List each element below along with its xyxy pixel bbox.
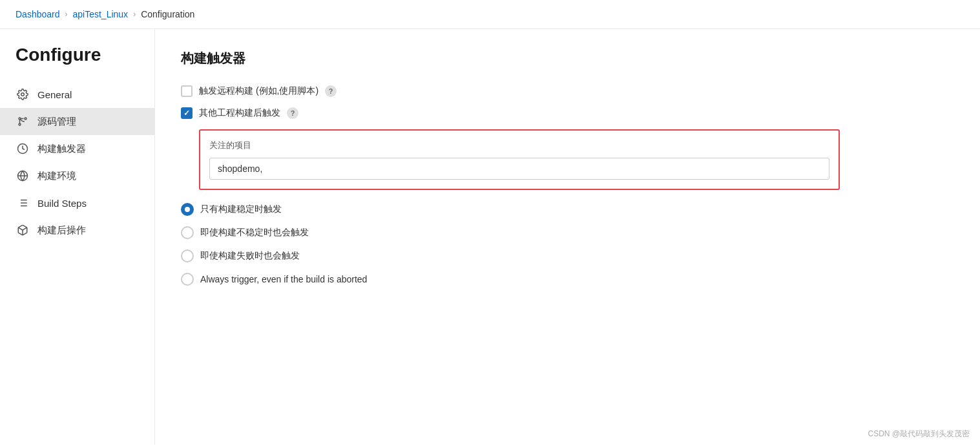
gear-icon — [16, 87, 30, 101]
watched-projects-input[interactable] — [209, 158, 829, 180]
trigger-remote-label: 触发远程构建 (例如,使用脚本) — [199, 85, 318, 97]
radio-option-aborted: Always trigger, even if the build is abo… — [181, 273, 954, 286]
main-layout: Configure General 源码管理 — [0, 29, 980, 445]
breadcrumb-project[interactable]: apiTest_Linux — [73, 9, 129, 19]
globe-icon — [16, 169, 30, 183]
sidebar-item-build-steps[interactable]: Build Steps — [0, 189, 154, 217]
breadcrumb-current: Configuration — [141, 9, 194, 19]
sidebar-item-environment-label: 构建环境 — [37, 170, 76, 182]
breadcrumb: Dashboard › apiTest_Linux › Configuratio… — [0, 0, 980, 29]
radio-option-stable: 只有构建稳定时触发 — [181, 203, 954, 216]
trigger-remote-option: 触发远程构建 (例如,使用脚本) ? — [181, 85, 954, 97]
sidebar-item-environment[interactable]: 构建环境 — [0, 162, 154, 189]
radio-failed[interactable] — [181, 250, 194, 262]
clock-icon — [16, 142, 30, 156]
watermark: CSDN @敲代码敲到头发茂密 — [868, 429, 970, 440]
radio-aborted-label: Always trigger, even if the build is abo… — [200, 274, 367, 284]
sidebar-item-source-label: 源码管理 — [37, 116, 76, 128]
radio-unstable[interactable] — [181, 226, 194, 239]
list-icon — [16, 196, 30, 210]
trigger-after-other-help[interactable]: ? — [287, 107, 298, 119]
svg-point-0 — [21, 93, 25, 96]
trigger-remote-help[interactable]: ? — [325, 85, 337, 97]
breadcrumb-sep-2: › — [133, 10, 136, 19]
branch-icon — [16, 114, 30, 129]
radio-aborted[interactable] — [181, 273, 194, 286]
sidebar-item-post-build[interactable]: 构建后操作 — [0, 217, 154, 244]
trigger-after-other-option: 其他工程构建后触发 ? — [181, 107, 954, 119]
sidebar: Configure General 源码管理 — [0, 29, 155, 445]
radio-option-unstable: 即使构建不稳定时也会触发 — [181, 226, 954, 239]
breadcrumb-sep-1: › — [65, 10, 68, 19]
sidebar-item-post-build-label: 构建后操作 — [37, 224, 86, 237]
sidebar-item-general-label: General — [37, 89, 72, 100]
watched-projects-container: 关注的项目 — [199, 129, 840, 190]
radio-unstable-label: 即使构建不稳定时也会触发 — [200, 227, 309, 239]
breadcrumb-dashboard[interactable]: Dashboard — [16, 9, 60, 19]
sidebar-title: Configure — [0, 45, 154, 81]
trigger-after-other-label: 其他工程构建后触发 — [199, 107, 280, 119]
radio-option-failed: 即使构建失败时也会触发 — [181, 250, 954, 262]
watched-projects-label: 关注的项目 — [209, 140, 829, 151]
radio-failed-label: 即使构建失败时也会触发 — [200, 250, 300, 262]
sidebar-item-source[interactable]: 源码管理 — [0, 108, 154, 135]
watched-input-wrapper — [209, 158, 829, 180]
sidebar-item-build-steps-label: Build Steps — [37, 198, 87, 209]
svg-point-3 — [25, 118, 26, 120]
radio-options-group: 只有构建稳定时触发 即使构建不稳定时也会触发 即使构建失败时也会触发 Alway… — [181, 203, 954, 286]
sidebar-item-general[interactable]: General — [0, 81, 154, 108]
section-title: 构建触发器 — [181, 50, 954, 67]
sidebar-item-triggers-label: 构建触发器 — [37, 143, 86, 155]
cube-icon — [16, 223, 30, 237]
trigger-remote-checkbox[interactable] — [181, 85, 193, 97]
trigger-after-other-checkbox[interactable] — [181, 107, 193, 119]
radio-stable-label: 只有构建稳定时触发 — [200, 204, 282, 215]
radio-stable[interactable] — [181, 203, 194, 216]
main-content: 构建触发器 触发远程构建 (例如,使用脚本) ? 其他工程构建后触发 ? 关注的… — [155, 29, 980, 445]
svg-point-2 — [19, 123, 21, 125]
sidebar-item-triggers[interactable]: 构建触发器 — [0, 135, 154, 162]
